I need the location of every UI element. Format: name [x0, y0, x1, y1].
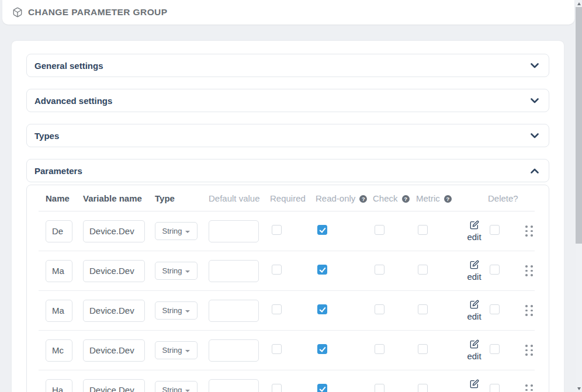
type-select[interactable]: String [155, 222, 198, 240]
name-input[interactable] [46, 379, 72, 392]
drag-handle-icon[interactable] [524, 264, 534, 277]
metric-checkbox[interactable] [418, 225, 428, 235]
default-value-input[interactable] [209, 260, 259, 282]
default-value-input[interactable] [209, 379, 259, 392]
check-checkbox[interactable] [375, 384, 384, 392]
column-header-metric: Metric? [416, 193, 460, 203]
edit-link[interactable]: edit [467, 379, 481, 392]
chevron-down-icon [531, 63, 539, 68]
variable-name-input[interactable] [83, 379, 145, 392]
drag-handle-icon[interactable] [524, 304, 534, 317]
delete-checkbox[interactable] [490, 304, 500, 314]
column-header-delete: Delete? [488, 193, 524, 203]
page-title: CHANGE PARAMETER GROUP [28, 7, 167, 18]
column-header-required: Required [270, 193, 316, 203]
default-value-input[interactable] [209, 300, 259, 322]
read-only-checkbox[interactable] [317, 384, 327, 392]
caret-down-icon [185, 310, 190, 313]
read-only-checkbox[interactable] [317, 304, 327, 314]
chevron-down-icon [531, 98, 539, 103]
type-select[interactable]: String [155, 381, 198, 392]
name-input[interactable] [46, 300, 72, 322]
scrollbar-thumb[interactable] [576, 7, 582, 244]
delete-checkbox[interactable] [490, 384, 500, 392]
default-value-input[interactable] [209, 220, 259, 242]
name-input[interactable] [46, 339, 72, 362]
metric-checkbox[interactable] [418, 344, 428, 354]
section-types[interactable]: Types [26, 124, 549, 147]
name-input[interactable] [46, 260, 72, 282]
delete-checkbox[interactable] [490, 344, 500, 354]
parameter-row: String edit [39, 370, 535, 392]
edit-link[interactable]: edit [467, 339, 481, 361]
metric-checkbox[interactable] [418, 384, 428, 392]
check-checkbox[interactable] [375, 344, 384, 354]
column-header-read-only: Read-only? [316, 193, 373, 203]
check-checkbox[interactable] [375, 265, 384, 275]
check-checkbox[interactable] [375, 304, 384, 314]
delete-checkbox[interactable] [490, 225, 500, 235]
type-select[interactable]: String [155, 341, 198, 359]
scrollbar-down-arrow[interactable] [576, 385, 582, 392]
read-only-checkbox[interactable] [317, 225, 327, 235]
section-title: General settings [34, 61, 103, 71]
edit-icon [470, 220, 479, 232]
type-select[interactable]: String [155, 301, 198, 320]
column-header-default-value: Default value [209, 193, 270, 203]
drag-handle-icon[interactable] [524, 344, 534, 357]
name-input[interactable] [46, 220, 72, 242]
chevron-up-icon [531, 168, 539, 174]
column-header-check: Check? [373, 193, 416, 203]
required-checkbox[interactable] [272, 384, 282, 392]
help-icon[interactable]: ? [359, 195, 367, 203]
help-icon[interactable]: ? [444, 195, 452, 203]
edit-icon [470, 260, 479, 272]
edit-icon [470, 379, 479, 391]
drag-handle-icon[interactable] [524, 383, 534, 392]
metric-checkbox[interactable] [418, 265, 428, 275]
check-checkbox[interactable] [375, 225, 384, 235]
edit-icon [470, 339, 479, 351]
required-checkbox[interactable] [272, 304, 282, 314]
metric-checkbox[interactable] [418, 304, 428, 314]
column-header-variable-name: Variable name [83, 193, 155, 203]
section-title: Types [34, 131, 59, 141]
edit-link[interactable]: edit [467, 260, 481, 282]
variable-name-input[interactable] [83, 300, 145, 322]
variable-name-input[interactable] [83, 260, 145, 282]
caret-down-icon [185, 390, 190, 392]
delete-checkbox[interactable] [490, 265, 500, 275]
required-checkbox[interactable] [272, 265, 282, 275]
parameter-row: String edit [39, 211, 535, 251]
read-only-checkbox[interactable] [317, 265, 327, 275]
caret-down-icon [185, 231, 190, 233]
type-select[interactable]: String [155, 262, 198, 280]
required-checkbox[interactable] [272, 344, 282, 354]
chevron-down-icon [531, 133, 539, 138]
column-header-type: Type [155, 193, 209, 203]
drag-handle-icon[interactable] [524, 224, 534, 238]
page-scrollbar[interactable] [576, 0, 582, 392]
app-root: CHANGE PARAMETER GROUP General settings … [0, 0, 582, 392]
parameter-row: String edit [39, 331, 535, 370]
read-only-checkbox[interactable] [317, 344, 327, 354]
section-advanced-settings[interactable]: Advanced settings [26, 89, 549, 112]
variable-name-input[interactable] [83, 220, 145, 242]
required-checkbox[interactable] [272, 225, 282, 235]
section-general-settings[interactable]: General settings [26, 54, 549, 77]
edit-icon [470, 300, 479, 311]
caret-down-icon [185, 350, 190, 352]
scrollbar-up-arrow[interactable] [576, 0, 582, 7]
section-parameters[interactable]: Parameters [26, 159, 549, 182]
parameters-table-header: Name Variable name Type Default value Re… [39, 185, 535, 211]
page-header: CHANGE PARAMETER GROUP [2, 0, 574, 25]
caret-down-icon [185, 270, 190, 273]
default-value-input[interactable] [209, 339, 259, 362]
column-header-name: Name [46, 193, 83, 203]
edit-link[interactable]: edit [467, 300, 481, 321]
help-icon[interactable]: ? [402, 195, 410, 203]
section-title: Parameters [34, 166, 82, 176]
variable-name-input[interactable] [83, 339, 145, 362]
edit-link[interactable]: edit [467, 220, 481, 242]
parameter-group-icon [12, 7, 23, 18]
